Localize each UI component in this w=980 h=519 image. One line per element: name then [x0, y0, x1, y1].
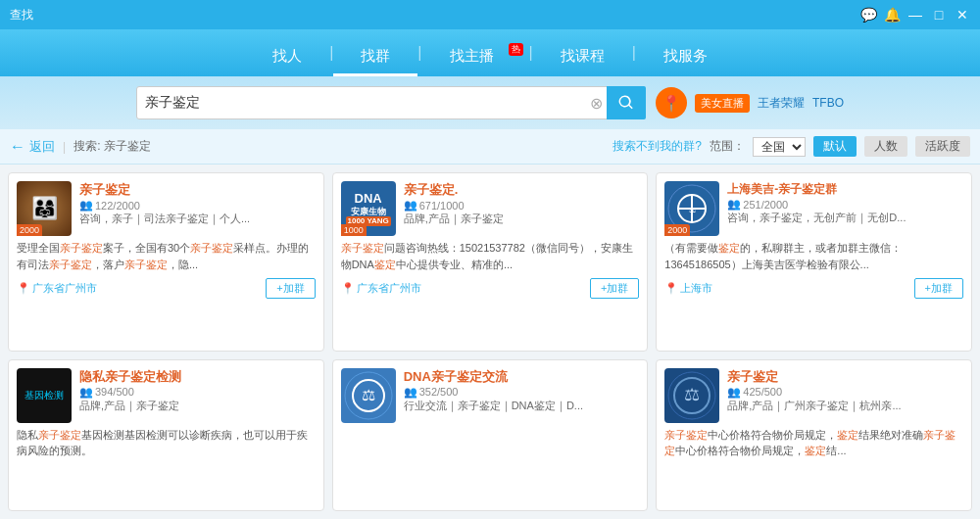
back-button[interactable]: ← 返回	[10, 138, 55, 156]
card-members-4: 👥 394/500	[79, 386, 316, 399]
live-tag[interactable]: 美女直播	[695, 94, 750, 113]
toolbar-divider: |	[63, 140, 66, 154]
card-title-1[interactable]: 亲子鉴定	[79, 181, 316, 199]
card-header-5: ⚖ DNA亲子鉴定交流 👥 352/500 行业交流｜亲子鉴定｜DNA鉴定｜D.…	[341, 368, 640, 423]
card-info-4: 隐私亲子鉴定检测 👥 394/500 品牌,产品｜亲子鉴定	[79, 368, 316, 413]
nav-bar: 找人 | 找群 | 找主播热 | 找课程 | 找服务	[0, 29, 980, 76]
title-bar: 查找 💬 🔔 — □ ✕	[0, 0, 980, 29]
avatar-badge-2: 1000	[341, 224, 367, 236]
card-info-1: 亲子鉴定 👥 122/2000 咨询，亲子｜司法亲子鉴定｜个人...	[79, 181, 316, 226]
group-card-3: ⚖ 2000 上海美吉-亲子鉴定群 👥 251/2000 咨询，亲子鉴定，无创产…	[656, 172, 972, 352]
search-box: ⊗	[136, 86, 646, 119]
group-card-6: ⚖ 亲子鉴定 👥 425/500 品牌,产品｜广州亲子鉴定｜杭州亲... 亲子鉴…	[656, 359, 972, 512]
card-members-3: 👥 251/2000	[727, 198, 963, 211]
location-icon: 📍	[656, 87, 687, 118]
card-footer-2: 📍 广东省广州市 +加群	[341, 278, 640, 299]
avatar-badge-3: 2000	[664, 224, 690, 236]
card-header-3: ⚖ 2000 上海美吉-亲子鉴定群 👥 251/2000 咨询，亲子鉴定，无创产…	[664, 181, 963, 236]
user-tag-2[interactable]: TFBO	[812, 96, 844, 110]
group-card-2: DNA 安康生物 1000 YANG 1000 亲子鉴定. 👥 671/1000…	[332, 172, 649, 352]
avatar-wrap-4: 基因检测	[17, 368, 72, 423]
avatar-wrap-6: ⚖	[664, 368, 719, 423]
card-info-6: 亲子鉴定 👥 425/500 品牌,产品｜广州亲子鉴定｜杭州亲...	[727, 368, 963, 413]
close-button[interactable]: ✕	[955, 7, 970, 23]
search-clear-button[interactable]: ⊗	[590, 94, 603, 113]
search-button[interactable]	[607, 86, 646, 119]
search-right: 📍 美女直播 王者荣耀 TFBO	[656, 87, 844, 118]
avatar-wrap-2: DNA 安康生物 1000 YANG 1000	[341, 181, 396, 236]
card-footer-1: 📍 广东省广州市 +加群	[17, 278, 316, 299]
card-header-2: DNA 安康生物 1000 YANG 1000 亲子鉴定. 👥 671/1000…	[341, 181, 640, 236]
join-button-3[interactable]: +加群	[914, 278, 963, 299]
sort-activity-button[interactable]: 活跃度	[915, 136, 970, 157]
card-title-2[interactable]: 亲子鉴定.	[404, 181, 640, 199]
card-members-1: 👥 122/2000	[79, 199, 316, 212]
avatar-wrap-1: 👨‍👩‍👧 2000	[17, 181, 72, 236]
card-info-2: 亲子鉴定. 👥 671/1000 品牌,产品｜亲子鉴定	[404, 181, 640, 226]
card-info-5: DNA亲子鉴定交流 👥 352/500 行业交流｜亲子鉴定｜DNA鉴定｜D...	[404, 368, 640, 413]
card-title-3[interactable]: 上海美吉-亲子鉴定群	[727, 181, 963, 198]
svg-text:⚖: ⚖	[684, 385, 700, 404]
toolbar-search-text: 搜索: 亲子鉴定	[74, 138, 151, 155]
user-tag-1[interactable]: 王者荣耀	[758, 95, 805, 112]
card-tags-1: 咨询，亲子｜司法亲子鉴定｜个人...	[79, 212, 316, 226]
join-button-1[interactable]: +加群	[266, 278, 315, 299]
search-input[interactable]	[145, 95, 590, 111]
toolbar: ← 返回 | 搜索: 亲子鉴定 搜索不到我的群? 范围： 全国 默认 人数 活跃…	[0, 129, 980, 165]
maximize-button[interactable]: □	[931, 7, 947, 23]
card-header-6: ⚖ 亲子鉴定 👥 425/500 品牌,产品｜广州亲子鉴定｜杭州亲...	[664, 368, 963, 423]
message-icon[interactable]: 💬	[860, 7, 876, 23]
card-members-5: 👥 352/500	[404, 386, 640, 399]
title-bar-controls: 💬 🔔 — □ ✕	[860, 7, 970, 23]
card-desc-1: 受理全国亲子鉴定案子，全国有30个亲子鉴定采样点。办理的有司法亲子鉴定，落户亲子…	[17, 240, 316, 272]
content-grid: 👨‍👩‍👧 2000 亲子鉴定 👥 122/2000 咨询，亲子｜司法亲子鉴定｜…	[0, 165, 980, 519]
nav-item-find-streamer[interactable]: 找主播热	[422, 39, 529, 76]
avatar-wrap-3: ⚖ 2000	[664, 181, 719, 236]
card-members-6: 👥 425/500	[727, 386, 963, 399]
group-card-5: ⚖ DNA亲子鉴定交流 👥 352/500 行业交流｜亲子鉴定｜DNA鉴定｜D.…	[332, 359, 649, 512]
avatar-4: 基因检测	[17, 368, 72, 423]
sort-members-button[interactable]: 人数	[864, 136, 907, 157]
group-card-1: 👨‍👩‍👧 2000 亲子鉴定 👥 122/2000 咨询，亲子｜司法亲子鉴定｜…	[8, 172, 324, 352]
card-header-4: 基因检测 隐私亲子鉴定检测 👥 394/500 品牌,产品｜亲子鉴定	[17, 368, 316, 423]
range-label: 范围：	[710, 138, 745, 155]
join-button-2[interactable]: +加群	[590, 278, 639, 299]
svg-text:⚖: ⚖	[362, 387, 375, 403]
card-tags-5: 行业交流｜亲子鉴定｜DNA鉴定｜D...	[404, 399, 640, 413]
card-tags-3: 咨询，亲子鉴定，无创产前｜无创D...	[727, 211, 963, 225]
bell-icon[interactable]: 🔔	[884, 7, 900, 23]
sort-default-button[interactable]: 默认	[813, 136, 857, 157]
nav-item-find-group[interactable]: 找群	[333, 39, 417, 76]
group-card-4: 基因检测 隐私亲子鉴定检测 👥 394/500 品牌,产品｜亲子鉴定 隐私亲子鉴…	[8, 359, 324, 512]
nav-item-find-course[interactable]: 找课程	[533, 39, 632, 76]
nav-item-find-service[interactable]: 找服务	[636, 39, 735, 76]
card-desc-3: （有需要做鉴定的，私聊群主，或者加群主微信：13645186505）上海美吉医学…	[664, 240, 963, 272]
back-label: 返回	[29, 138, 55, 156]
card-location-1: 📍 广东省广州市	[17, 281, 97, 296]
range-select[interactable]: 全国	[753, 137, 806, 157]
card-tags-6: 品牌,产品｜广州亲子鉴定｜杭州亲...	[727, 399, 963, 413]
title-bar-title: 查找	[10, 7, 33, 24]
no-result-link[interactable]: 搜索不到我的群?	[612, 138, 702, 155]
avatar-6: ⚖	[664, 368, 719, 423]
card-title-4[interactable]: 隐私亲子鉴定检测	[79, 368, 316, 386]
hot-badge: 热	[509, 43, 523, 56]
back-icon: ←	[10, 138, 25, 156]
card-desc-2: 亲子鉴定问题咨询热线：15021537782（微信同号），安康生物DNA鉴定中心…	[341, 240, 640, 272]
card-desc-6: 亲子鉴定中心价格符合物价局规定，鉴定结果绝对准确亲子鉴定中心价格符合物价局规定，…	[664, 427, 963, 459]
svg-text:⚖: ⚖	[689, 206, 696, 214]
card-desc-4: 隐私亲子鉴定基因检测基因检测可以诊断疾病，也可以用于疾病风险的预测。	[17, 427, 316, 459]
minimize-button[interactable]: —	[907, 7, 923, 23]
card-header-1: 👨‍👩‍👧 2000 亲子鉴定 👥 122/2000 咨询，亲子｜司法亲子鉴定｜…	[17, 181, 316, 236]
card-title-5[interactable]: DNA亲子鉴定交流	[404, 368, 640, 386]
card-members-2: 👥 671/1000	[404, 199, 640, 212]
nav-item-find-person[interactable]: 找人	[245, 39, 329, 76]
card-footer-3: 📍 上海市 +加群	[664, 278, 963, 299]
card-tags-4: 品牌,产品｜亲子鉴定	[79, 399, 316, 413]
avatar-badge-1: 2000	[17, 224, 42, 236]
toolbar-right: 搜索不到我的群? 范围： 全国 默认 人数 活跃度	[612, 136, 970, 157]
card-location-3: 📍 上海市	[664, 281, 712, 296]
card-tags-2: 品牌,产品｜亲子鉴定	[404, 212, 640, 226]
avatar-5: ⚖	[341, 368, 396, 423]
card-title-6[interactable]: 亲子鉴定	[727, 368, 963, 386]
